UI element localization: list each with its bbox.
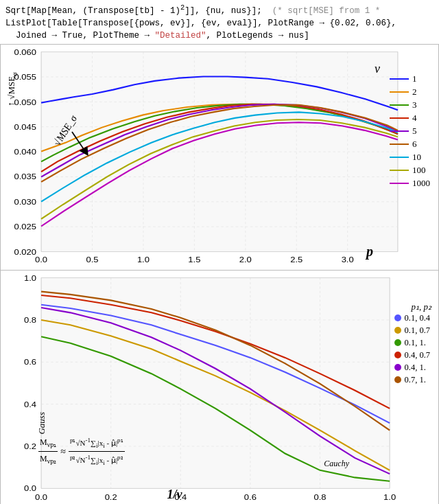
legend-line-6 [390, 144, 409, 145]
svg-text:0.025: 0.025 [14, 222, 36, 231]
top-plot: 0.020 0.025 0.030 0.035 0.040 0.045 0.05… [0, 44, 439, 271]
legend-label-1000: 1000 [412, 178, 430, 189]
top-plot-svg: 0.020 0.025 0.030 0.035 0.040 0.045 0.05… [1, 45, 438, 270]
legend-line-1000 [390, 183, 409, 184]
svg-text:1.0: 1.0 [137, 255, 150, 264]
svg-text:0.020: 0.020 [14, 247, 36, 256]
legend-dot-01-07 [394, 327, 401, 334]
legend-dot-04-1 [394, 364, 401, 371]
legend-label-3: 3 [412, 100, 417, 111]
legend-label-2: 2 [412, 87, 417, 98]
nu-label-top: ν [375, 62, 380, 76]
legend-label-1: 1 [412, 73, 417, 84]
gauss-label: Gauss [36, 412, 47, 435]
svg-text:0.8: 0.8 [313, 492, 326, 501]
svg-text:0.5: 0.5 [86, 255, 98, 264]
legend-label-5: 5 [412, 126, 417, 137]
legend-item-1000: 1000 [390, 178, 430, 189]
legend-label-01-04: 0.1, 0.4 [405, 313, 431, 323]
svg-text:0.030: 0.030 [14, 197, 36, 206]
legend-item-4: 4 [390, 113, 430, 124]
legend-item-1: 1 [390, 73, 430, 84]
legend-item-10: 10 [390, 152, 430, 163]
legend-line-3 [390, 104, 409, 106]
svg-text:0.040: 0.040 [14, 147, 36, 156]
svg-text:3.0: 3.0 [342, 255, 354, 264]
bottom-plot: ν estimation 0.0 0.2 0.4 0.6 0.8 1.0 0.0… [0, 271, 439, 504]
legend-item-3: 3 [390, 100, 430, 111]
svg-text:1.0: 1.0 [383, 492, 396, 501]
legend-line-1 [390, 78, 409, 80]
legend-label-6: 6 [412, 139, 417, 150]
svg-text:2.5: 2.5 [290, 255, 302, 264]
svg-text:1.0: 1.0 [24, 273, 36, 282]
code-line-3: Joined → True, PlotTheme → "Detailed", P… [5, 30, 434, 42]
bottom-plot-legend: 0.1, 0.4 0.1, 0.7 0.1, 1. 0.4, 0.7 0.4, … [394, 313, 431, 387]
legend-dot-01-04 [394, 314, 401, 321]
top-plot-legend: 1 2 3 4 5 6 10 100 [390, 73, 430, 191]
p1-p2-label: p₁, p₂ [412, 301, 432, 312]
svg-text:2.0: 2.0 [239, 255, 252, 264]
svg-text:0.8: 0.8 [24, 315, 36, 324]
legend-label-07-1: 0.7, 1. [405, 375, 426, 385]
legend-label-10: 10 [412, 152, 421, 163]
y-axis-label-top: ↑ √MSEσ [6, 72, 19, 106]
legend-dot-07-1 [394, 376, 401, 383]
svg-text:0.0: 0.0 [35, 492, 47, 501]
svg-text:0.2: 0.2 [24, 442, 36, 450]
svg-text:0.6: 0.6 [24, 358, 36, 367]
legend-dot-01-1 [394, 339, 401, 346]
svg-text:0.2: 0.2 [105, 492, 117, 501]
legend-line-2 [390, 91, 409, 93]
legend-item-01-1: 0.1, 1. [394, 338, 431, 348]
code-line-2: ListPlot[Table[Transpose[{pows, ev}], {e… [5, 17, 434, 30]
code-line-1: Sqrt[Map[Mean, (Transpose[tb] - 1)2]], {… [5, 3, 434, 17]
svg-text:0.4: 0.4 [24, 400, 36, 409]
legend-label-04-1: 0.4, 1. [405, 363, 426, 373]
legend-line-4 [390, 117, 409, 119]
bottom-plot-svg: 0.0 0.2 0.4 0.6 0.8 1.0 0.0 0.2 0.4 0.6 … [1, 271, 438, 504]
legend-item-04-1: 0.4, 1. [394, 363, 431, 373]
legend-label-01-07: 0.1, 0.7 [405, 325, 431, 336]
legend-label-100: 100 [412, 165, 426, 176]
legend-dot-04-07 [394, 352, 401, 358]
legend-item-100: 100 [390, 165, 430, 176]
svg-text:0.060: 0.060 [14, 47, 36, 56]
legend-label-01-1: 0.1, 1. [405, 338, 426, 348]
svg-text:0.0: 0.0 [35, 255, 47, 264]
legend-item-01-07: 0.1, 0.7 [394, 325, 431, 336]
legend-line-10 [390, 157, 409, 158]
legend-item-6: 6 [390, 139, 430, 150]
svg-text:0.6: 0.6 [244, 492, 257, 501]
svg-text:0.045: 0.045 [14, 122, 36, 131]
equation-area: Mνp₁ Mνp₂ ≈ p₁√N-1∑i|xi - μ̂|p₁ p₂√N-1∑i… [38, 435, 125, 469]
legend-item-07-1: 0.7, 1. [394, 375, 431, 385]
x-axis-label-top: p [366, 244, 373, 260]
legend-label-04-07: 0.4, 0.7 [405, 350, 431, 360]
legend-item-04-07: 0.4, 0.7 [394, 350, 431, 360]
svg-text:0.0: 0.0 [24, 484, 36, 493]
legend-line-5 [390, 130, 409, 132]
legend-line-100 [390, 170, 409, 171]
legend-item-01-04: 0.1, 0.4 [394, 313, 431, 323]
cauchy-label: Cauchy [324, 459, 349, 469]
x-axis-label-bottom: 1/ν [167, 488, 182, 502]
legend-label-4: 4 [412, 113, 417, 124]
svg-text:1.5: 1.5 [188, 255, 200, 264]
svg-text:0.035: 0.035 [14, 172, 36, 181]
code-section: Sqrt[Map[Mean, (Transpose[tb] - 1)2]], {… [0, 0, 439, 44]
legend-item-2: 2 [390, 87, 430, 98]
legend-item-5: 5 [390, 126, 430, 137]
